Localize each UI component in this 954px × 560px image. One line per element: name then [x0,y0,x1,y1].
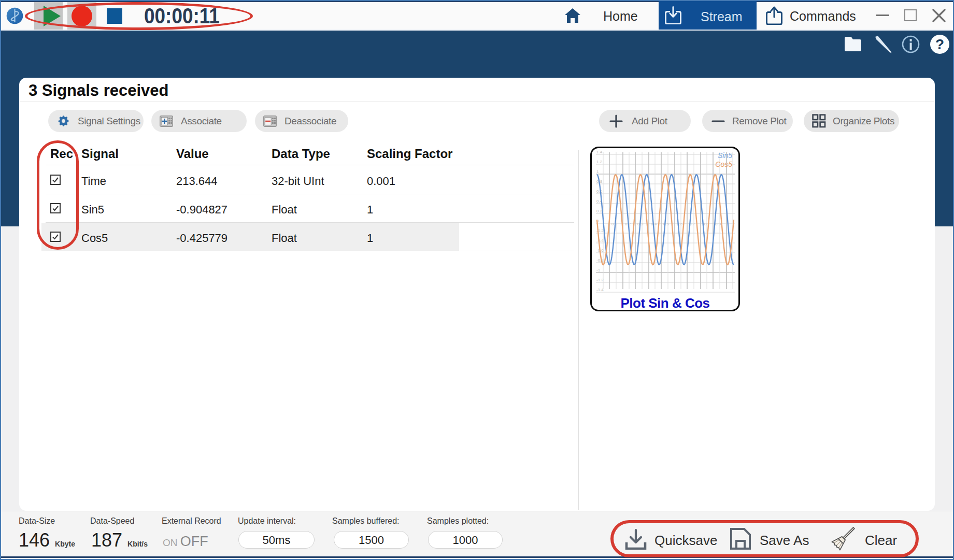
svg-text:-1: -1 [596,268,601,272]
svg-text:1.2: 1.2 [596,160,603,164]
svg-text:0.9: 0.9 [715,222,721,226]
svg-text:1.4: 1.4 [596,150,603,154]
svg-text:-0.4: -0.4 [596,238,604,243]
svg-text:-1.4: -1.4 [596,288,604,292]
svg-text:-0.8: -0.8 [596,258,604,263]
svg-text:-1.2: -1.2 [596,278,604,282]
svg-text:0.2: 0.2 [596,209,603,213]
svg-text:0.6: 0.6 [596,189,603,194]
svg-text:Cos5: Cos5 [715,160,732,168]
svg-text:1: 1 [596,169,599,174]
svg-text:Sin5: Sin5 [718,151,732,160]
svg-text:0.5: 0.5 [663,222,670,226]
